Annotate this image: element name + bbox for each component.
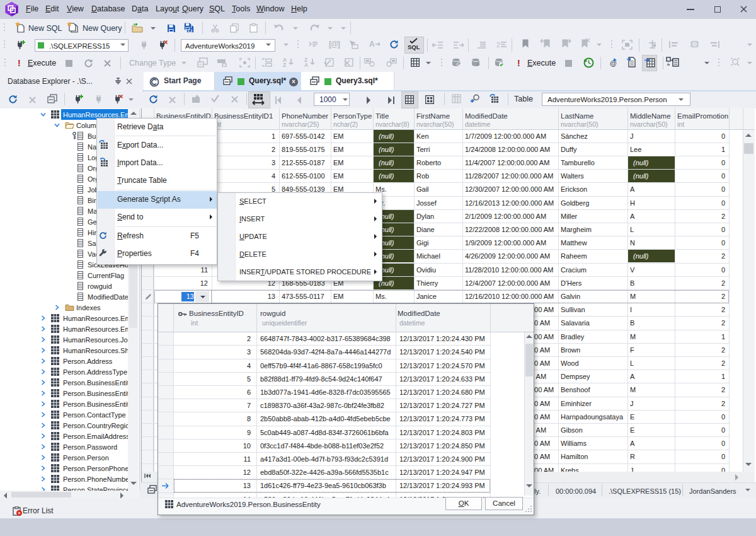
svg-text:2: 2 <box>496 42 500 49</box>
